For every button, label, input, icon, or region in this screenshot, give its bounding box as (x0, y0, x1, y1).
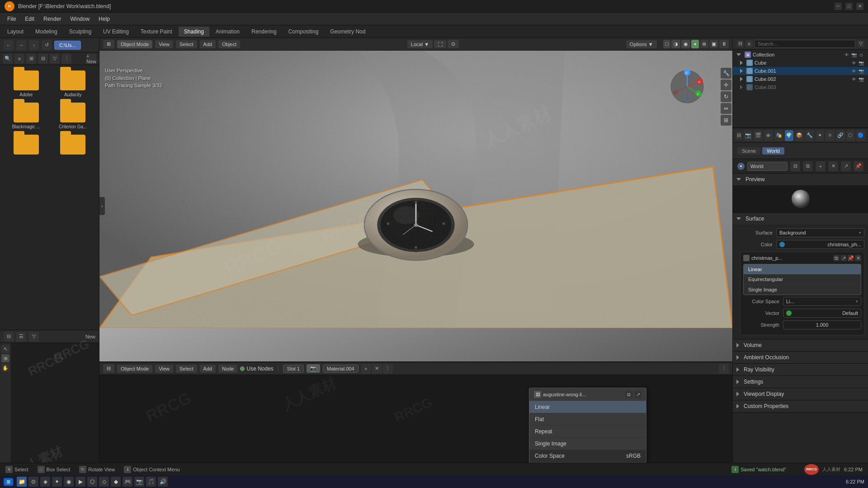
cube-vis[interactable]: 👁 (851, 60, 857, 66)
menu-help[interactable]: Help (95, 14, 113, 23)
prop-tab-physics[interactable]: ⚛ (826, 130, 835, 141)
list-item[interactable] (5, 135, 47, 156)
view-list[interactable]: ≡ (14, 54, 24, 64)
prop-tab-view[interactable]: 👁 (764, 130, 773, 141)
menu-render[interactable]: Render (40, 14, 65, 23)
vector-value[interactable]: Default (783, 309, 861, 318)
world-ext-link[interactable]: ↗ (841, 161, 851, 171)
image-close[interactable]: ✕ (855, 255, 861, 261)
app13-icon[interactable]: 🔊 (158, 477, 168, 487)
hand-tool[interactable]: ✋ (1, 364, 9, 372)
pause-render[interactable]: ⏸ (719, 40, 729, 48)
app6-icon[interactable]: ▶ (75, 477, 85, 487)
cube002-vis[interactable]: 👁 (851, 76, 857, 82)
tab-geometry-nodes[interactable]: Geometry Nod (325, 27, 371, 37)
image-link[interactable]: ↗ (840, 255, 847, 261)
prop-editor-type[interactable]: ⊟ (736, 131, 742, 140)
surface-header[interactable]: Surface (733, 213, 868, 225)
close-button[interactable]: ✕ (856, 3, 863, 10)
world-browse[interactable]: ⊟ (790, 161, 800, 171)
rotate-tool[interactable]: ↻ (721, 91, 731, 102)
prop-tab-constraints[interactable]: 🔗 (836, 130, 845, 141)
world-pin[interactable]: 📌 (854, 161, 863, 171)
dropdown-copy[interactable]: ⧉ (625, 391, 632, 398)
filter-toggle[interactable]: ▽ (29, 332, 39, 342)
view-grid[interactable]: ⊞ (26, 54, 36, 64)
new-material-link[interactable]: + (361, 364, 371, 374)
shader-options[interactable]: ⋮ (719, 364, 729, 374)
mode-dropdown[interactable]: Object Mode (117, 40, 152, 48)
world-name-field[interactable]: World (747, 162, 788, 171)
solid-btn[interactable]: ◑ (671, 40, 680, 48)
colorspace-value[interactable]: Li... ▾ (783, 297, 861, 306)
cube-render[interactable]: 📷 (858, 60, 864, 66)
search-toggle[interactable]: 🔍 (3, 54, 13, 64)
tab-rendering[interactable]: Rendering (246, 27, 282, 37)
file-explorer-icon[interactable]: 📁 (17, 477, 27, 487)
overlay-btn[interactable]: ⊛ (700, 40, 708, 48)
app11-icon[interactable]: 📷 (134, 477, 144, 487)
delete-material[interactable]: ✕ (372, 364, 382, 374)
menu-file[interactable]: File (4, 14, 19, 23)
list-item[interactable]: Criterion Ga... (52, 103, 94, 129)
list-item[interactable]: Adobe (5, 70, 47, 97)
filter-btn[interactable]: ▽ (50, 54, 60, 64)
strength-value[interactable]: 1.000 (783, 320, 861, 329)
volume-header[interactable]: Volume (733, 339, 868, 351)
wireframe-btn[interactable]: □ (663, 40, 671, 48)
world-tab[interactable]: World (762, 147, 784, 155)
viewport-gizmo[interactable]: Z X Y (669, 69, 705, 105)
scene-tab[interactable]: Scene (737, 147, 760, 155)
tab-modeling[interactable]: Modeling (30, 27, 63, 37)
use-nodes-toggle[interactable]: Use Nodes (240, 366, 273, 372)
color-value[interactable]: christmas_ph... (776, 240, 864, 249)
app12-icon[interactable]: 🎵 (146, 477, 156, 487)
app10-icon[interactable]: 🎮 (123, 477, 132, 487)
n-panel-toggle[interactable]: › (99, 197, 105, 215)
prop-tab-particles[interactable]: ✦ (816, 130, 825, 141)
forward-button[interactable]: → (16, 40, 26, 50)
snap-toggle[interactable]: ⛶ (434, 40, 446, 48)
slot-dropdown[interactable]: Slot 1 (283, 365, 304, 373)
parent-button[interactable]: ↑ (29, 40, 39, 50)
3d-viewport[interactable]: ⊞ Object Mode View Select Add Object Loc… (99, 38, 732, 361)
move-tool[interactable]: ✛ (721, 80, 731, 90)
dropdown-flat[interactable]: Flat (529, 413, 646, 426)
prop-tab-material[interactable]: 🔵 (856, 130, 865, 141)
prop-tab-render[interactable]: 📷 (744, 130, 753, 141)
object-menu[interactable]: Object (218, 40, 240, 48)
shader-editor-type[interactable]: ⊟ (103, 364, 114, 373)
app8-icon[interactable]: ◇ (99, 477, 109, 487)
view-columns[interactable]: ⊟ (38, 54, 48, 64)
rendered-btn[interactable]: ● (691, 40, 699, 48)
start-button[interactable]: ⊞ (4, 478, 13, 486)
world-copy[interactable]: ⧉ (803, 161, 813, 171)
back-button[interactable]: ← (4, 40, 14, 50)
render-toggle[interactable]: 📷 (851, 52, 857, 58)
surface-value[interactable]: Background ▾ (776, 228, 864, 237)
maximize-button[interactable]: □ (845, 3, 853, 10)
viewport-display-header[interactable]: Viewport Display (733, 388, 868, 400)
preview-header[interactable]: Preview (733, 174, 868, 185)
material-dots[interactable]: ⋮ (383, 364, 393, 374)
editor-type-dropdown[interactable]: ⊞ (103, 40, 114, 48)
dropdown-repeat[interactable]: Repeat (529, 426, 646, 438)
prop-tab-output[interactable]: 🎬 (754, 130, 763, 141)
app7-icon[interactable]: ⬡ (87, 477, 97, 487)
list-item[interactable] (52, 135, 94, 156)
tab-texture-paint[interactable]: Texture Paint (135, 27, 178, 37)
transform-space[interactable]: Local ▼ (407, 40, 433, 48)
options-menu[interactable]: Options ▼ (626, 40, 657, 48)
ray-header[interactable]: Ray Visibility (733, 364, 868, 375)
outliner-view[interactable]: ≡ (745, 40, 753, 47)
image-copy[interactable]: ⧉ (833, 255, 840, 261)
refresh-button[interactable]: ↺ (42, 40, 52, 50)
material-preview-btn[interactable]: ◉ (681, 40, 690, 48)
shader-object-dropdown[interactable]: Object Mode (117, 365, 152, 373)
list-item[interactable]: Audacity (52, 70, 94, 97)
xray-btn[interactable]: ▣ (709, 40, 718, 48)
tab-sculpting[interactable]: Sculpting (64, 27, 97, 37)
outliner-item-cube001[interactable]: ⬡ Cube.001 👁 📷 (733, 67, 868, 75)
new-folder[interactable]: + New (86, 54, 96, 64)
prop-tab-modifier[interactable]: 🔧 (805, 130, 814, 141)
